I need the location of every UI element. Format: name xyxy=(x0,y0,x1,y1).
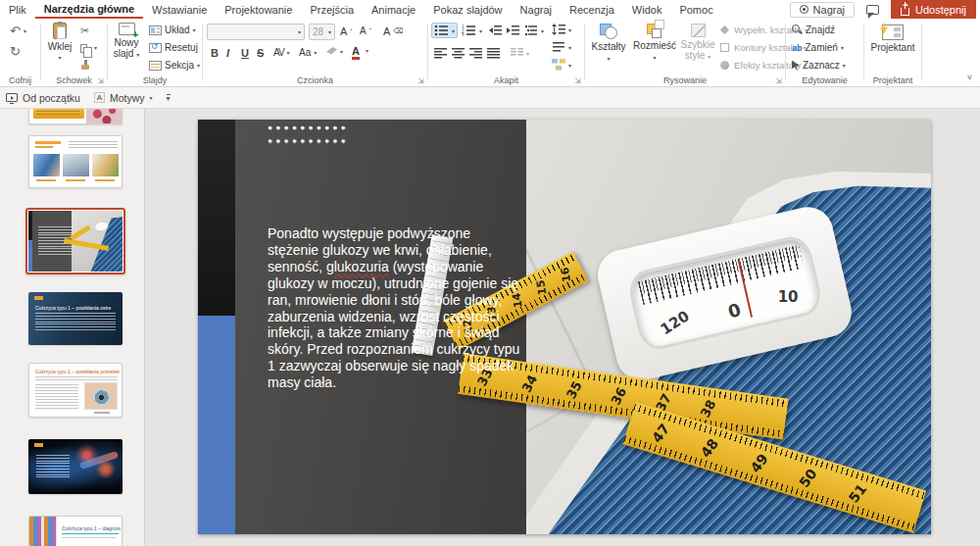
underline-icon: U xyxy=(241,47,249,59)
tab-narzedzia-glowne[interactable]: Narzędzia główne xyxy=(35,0,143,19)
tab-nagraj[interactable]: Nagraj xyxy=(512,0,561,19)
clipboard-dialog-launcher[interactable]: ⇲ xyxy=(97,76,104,85)
thumb2-photo-food xyxy=(92,154,119,176)
thumb5-title: Cukrzyca typu 1 – powikłania przewlekłe xyxy=(35,369,120,374)
thumb5-photo-caption xyxy=(94,412,110,414)
bullets-button[interactable]: ▾ xyxy=(431,23,458,38)
undo-group-caption: Cofnij xyxy=(0,75,40,85)
font-name-combo[interactable]: ▾ xyxy=(207,24,305,40)
numbering-button[interactable]: 123 ▾ xyxy=(462,25,482,36)
customize-toolbar-icon[interactable]: ▾ xyxy=(167,94,171,102)
columns-button[interactable]: ▾ xyxy=(511,47,529,59)
group-editing: Znajdź abZamień▾ Zaznacz▾ Edytowanie xyxy=(786,19,863,87)
thumbnail-slide-7[interactable]: Cukrzyca typu 1 – diagnostyka xyxy=(28,516,122,546)
themes-button[interactable]: A Motywy ▾ xyxy=(94,92,153,104)
comments-icon[interactable] xyxy=(866,5,879,15)
convert-smartart-button[interactable]: ▾ xyxy=(552,59,571,71)
grow-font-button[interactable]: Aˆ xyxy=(340,25,353,37)
change-case-icon: Aa xyxy=(299,47,311,58)
thumb1-banner xyxy=(33,109,84,119)
multilevel-list-button[interactable]: ▾ xyxy=(524,25,544,36)
menubar-right-cluster: Nagraj Udostępnij xyxy=(790,0,980,19)
paste-button[interactable]: Wklej ▾ xyxy=(46,23,74,61)
share-icon xyxy=(901,8,909,16)
increase-indent-button[interactable] xyxy=(507,25,519,36)
tab-projektowanie[interactable]: Projektowanie xyxy=(216,0,301,19)
format-painter-button[interactable] xyxy=(80,60,90,71)
underline-button[interactable]: U xyxy=(241,47,249,59)
justify-button[interactable] xyxy=(487,47,500,59)
change-case-button[interactable]: Aa▾ xyxy=(299,47,317,58)
italic-button[interactable]: I xyxy=(226,47,229,59)
thumbnail-slide-4[interactable]: Cukrzyca typu 1 – powikłania ostre xyxy=(28,292,122,345)
thumbnail-slide-2[interactable] xyxy=(28,135,122,188)
thumb4-title: Cukrzyca typu 1 – powikłania ostre xyxy=(35,305,118,311)
align-right-button[interactable] xyxy=(469,47,482,59)
paragraph-dialog-launcher[interactable]: ⇲ xyxy=(574,76,581,85)
font-size-value: 28 xyxy=(313,26,323,37)
format-painter-icon xyxy=(80,60,90,71)
section-button[interactable]: Sekcja▾ xyxy=(149,60,200,71)
select-button[interactable]: Zaznacz▾ xyxy=(792,60,846,71)
tab-widok[interactable]: Widok xyxy=(623,0,671,19)
quick-styles-button[interactable]: Szybkiestyle ▾ xyxy=(679,24,716,61)
new-slide-label-2: slajd xyxy=(114,48,134,59)
share-button[interactable]: Udostępnij xyxy=(891,0,976,19)
from-beginning-button[interactable]: Od początku xyxy=(6,92,80,104)
thumb5-subtitle-lines xyxy=(35,376,118,380)
thumbnail-slide-5[interactable]: Cukrzyca typu 1 – powikłania przewlekłe xyxy=(28,363,122,418)
quick-styles-label-1: Szybkie xyxy=(680,39,714,50)
character-spacing-button[interactable]: AV▾ xyxy=(273,47,289,58)
shapes-button[interactable]: Kształty▾ xyxy=(588,24,629,63)
clear-formatting-button[interactable]: A⌫ xyxy=(383,25,403,37)
tab-pokaz-slajdow[interactable]: Pokaz slajdów xyxy=(424,0,511,19)
reset-label: Resetuj xyxy=(165,42,198,53)
replace-button[interactable]: abZamień▾ xyxy=(792,42,844,53)
select-icon xyxy=(792,61,800,71)
font-size-combo[interactable]: 28▾ xyxy=(309,24,335,40)
undo-button[interactable]: ↶▾ xyxy=(10,24,26,38)
layout-button[interactable]: Układ▾ xyxy=(149,25,196,35)
copy-button[interactable]: ▾ xyxy=(80,42,97,53)
thumbnail-slide-3-selected[interactable] xyxy=(25,208,125,274)
reset-button[interactable]: Resetuj xyxy=(149,42,198,53)
record-button[interactable]: Nagraj xyxy=(790,2,855,18)
text-direction-button[interactable]: ▾ xyxy=(552,41,571,53)
tab-plik[interactable]: Plik xyxy=(0,0,35,19)
strikethrough-button[interactable]: S xyxy=(257,47,264,59)
font-color-button[interactable]: A xyxy=(352,45,360,60)
align-left-button[interactable] xyxy=(434,47,447,59)
record-icon xyxy=(800,5,808,14)
drawing-dialog-launcher[interactable]: ⇲ xyxy=(775,76,782,85)
shrink-font-button[interactable]: Aˇ xyxy=(360,25,371,36)
thumbnail-slide-1[interactable] xyxy=(28,107,122,124)
tab-animacje[interactable]: Animacje xyxy=(363,0,424,19)
increase-indent-icon xyxy=(507,25,519,36)
tab-przejscia[interactable]: Przejścia xyxy=(301,0,363,19)
thumbnail-slide-6[interactable] xyxy=(28,439,122,494)
collapse-ribbon-chevron-icon[interactable]: ˅ xyxy=(967,73,972,82)
redo-icon: ↻ xyxy=(10,44,21,59)
redo-button[interactable]: ↻ xyxy=(10,44,21,59)
select-label: Zaznacz xyxy=(803,60,840,71)
thumb6-bullet-lines xyxy=(36,455,70,478)
tab-recenzja[interactable]: Recenzja xyxy=(561,0,623,19)
find-button[interactable]: Znajdź xyxy=(792,25,835,35)
highlight-color-button[interactable]: ▾ xyxy=(326,47,343,55)
font-color-dropdown[interactable]: ▾ xyxy=(366,47,368,54)
tab-wstawianie[interactable]: Wstawianie xyxy=(143,0,216,19)
cut-button[interactable]: ✂ xyxy=(80,25,89,37)
arrange-button[interactable]: Rozmieść▾ xyxy=(632,24,677,62)
new-slide-button[interactable]: Nowy slajd ▾ xyxy=(110,23,143,59)
replace-label: Zamień xyxy=(806,42,838,53)
designer-button[interactable]: Projektant xyxy=(868,25,917,53)
align-center-button[interactable] xyxy=(452,47,465,59)
line-spacing-button[interactable]: ▾ xyxy=(552,24,571,35)
bold-button[interactable]: B xyxy=(211,47,219,59)
font-dialog-launcher[interactable]: ⇲ xyxy=(417,76,424,85)
tab-pomoc[interactable]: Pomoc xyxy=(670,0,721,19)
slide-body-text[interactable]: Ponadto występuje podwyższone stężenie g… xyxy=(268,225,524,391)
decrease-indent-button[interactable] xyxy=(489,25,502,36)
thumb4-text-block xyxy=(35,316,116,331)
current-slide[interactable]: 120 0 10 1213141516 333435363738 4748495… xyxy=(198,120,931,534)
